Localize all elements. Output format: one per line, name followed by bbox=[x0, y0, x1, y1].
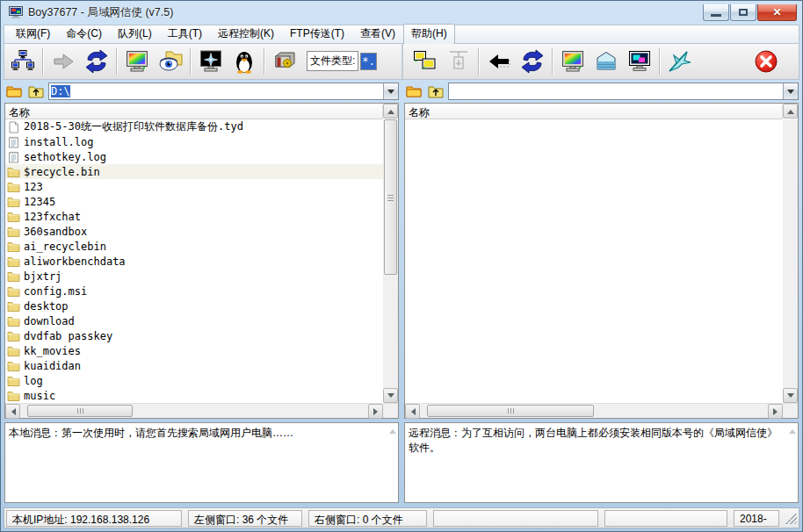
left-path-combobox[interactable]: D:\ bbox=[48, 83, 399, 100]
list-item[interactable]: ai_recyclebin bbox=[5, 239, 383, 254]
menu-item[interactable]: 联网(F) bbox=[8, 24, 58, 45]
list-item[interactable]: 123 bbox=[5, 179, 383, 194]
remote-message-box: 远程消息：为了互相访问，两台电脑上都必须安装相同版本号的《局域网信使》软件。 bbox=[404, 422, 799, 503]
right-path-dropdown-button[interactable] bbox=[783, 83, 798, 99]
refresh-right-button[interactable] bbox=[516, 46, 549, 77]
menu-item[interactable]: FTP传送(T) bbox=[282, 24, 352, 45]
download-queue-button[interactable] bbox=[442, 46, 475, 77]
back-button[interactable] bbox=[482, 46, 516, 77]
tools-machine-button[interactable] bbox=[268, 46, 301, 77]
right-column-header-name[interactable]: 名称 bbox=[405, 104, 783, 119]
left-scroll-up-button[interactable] bbox=[383, 104, 398, 119]
left-scroll-right-button[interactable] bbox=[368, 404, 383, 419]
monitor-rainbow-icon bbox=[561, 49, 585, 74]
right-scroll-up-button[interactable] bbox=[783, 104, 798, 119]
right-folder-button[interactable] bbox=[404, 83, 423, 99]
local-message-box: 本地消息：第一次使用时，请您首先搜索局域网用户电脑…… bbox=[4, 422, 399, 503]
list-item[interactable]: sethotkey.log bbox=[5, 149, 383, 164]
list-item[interactable]: dvdfab passkey bbox=[5, 328, 383, 343]
message-scroll-up-icon[interactable] bbox=[389, 426, 396, 434]
penguin-icon bbox=[232, 49, 257, 74]
right-scroll-right-button[interactable] bbox=[768, 404, 783, 419]
file-name: 360sandbox bbox=[24, 226, 87, 238]
minimize-button[interactable] bbox=[703, 4, 729, 21]
left-vertical-scrollbar[interactable] bbox=[383, 119, 398, 403]
menu-item[interactable]: 查看(V) bbox=[352, 24, 403, 45]
list-item[interactable]: bjxtrj bbox=[5, 269, 383, 284]
list-item[interactable]: music bbox=[5, 388, 383, 403]
back-arrow-icon bbox=[487, 49, 511, 74]
file-type-icon bbox=[7, 255, 20, 268]
right-hscroll-thumb[interactable] bbox=[427, 405, 594, 417]
remote-desktop-button[interactable] bbox=[623, 46, 656, 77]
view-image-left-button[interactable] bbox=[120, 46, 154, 77]
list-item[interactable]: download bbox=[5, 313, 383, 328]
left-horizontal-scrollbar[interactable] bbox=[5, 403, 398, 418]
list-item[interactable]: $recycle.bin bbox=[5, 164, 383, 179]
left-vscroll-thumb[interactable] bbox=[384, 119, 397, 275]
list-item[interactable]: kuaididan bbox=[5, 358, 383, 373]
menu-item[interactable]: 命令(C) bbox=[58, 24, 110, 45]
right-up-folder-button[interactable] bbox=[426, 83, 445, 99]
menu-item[interactable]: 帮助(H) bbox=[403, 24, 455, 45]
file-name: 12345 bbox=[24, 196, 55, 208]
resize-grip[interactable] bbox=[785, 513, 797, 524]
file-type-icon bbox=[7, 151, 20, 163]
ftp-jet-button[interactable] bbox=[663, 46, 697, 77]
window-title: Boy37677 - 局域网信使 (v7.5) bbox=[28, 5, 702, 20]
right-scroll-down-button[interactable] bbox=[783, 388, 798, 403]
file-type-combo[interactable]: *. bbox=[360, 53, 377, 70]
close-button[interactable]: ✕ bbox=[757, 4, 797, 21]
right-vertical-scrollbar[interactable] bbox=[783, 119, 798, 403]
right-path-combobox[interactable] bbox=[448, 83, 799, 100]
remote-screen-button[interactable] bbox=[194, 46, 228, 77]
maximize-button[interactable] bbox=[730, 4, 756, 21]
toolbar-separator bbox=[659, 48, 661, 75]
left-path-value: D:\ bbox=[51, 85, 70, 97]
search-lan-button[interactable] bbox=[6, 46, 40, 77]
monitor-rainbow-icon bbox=[125, 49, 149, 74]
left-hscroll-thumb[interactable] bbox=[27, 405, 133, 417]
title-bar: Boy37677 - 局域网信使 (v7.5) ✕ bbox=[4, 1, 799, 25]
menu-item[interactable]: 队列(L) bbox=[110, 24, 160, 45]
browse-eye-button[interactable] bbox=[154, 46, 187, 77]
left-scroll-left-button[interactable] bbox=[5, 404, 20, 419]
right-horizontal-scrollbar[interactable] bbox=[405, 403, 798, 418]
list-item[interactable]: aliworkbenchdata bbox=[5, 254, 383, 269]
left-column-header-name[interactable]: 名称 bbox=[5, 104, 383, 119]
menu-item[interactable]: 远程控制(K) bbox=[210, 24, 282, 45]
list-item[interactable]: kk_movies bbox=[5, 343, 383, 358]
right-scroll-left-button[interactable] bbox=[405, 404, 420, 419]
message-scroll-up-icon[interactable] bbox=[789, 426, 796, 434]
connect-computers-button[interactable] bbox=[409, 46, 442, 77]
list-item[interactable]: 123fxchat bbox=[5, 209, 383, 224]
left-folder-button[interactable] bbox=[4, 83, 24, 99]
right-pane: 名称 bbox=[404, 82, 799, 503]
menu-item[interactable]: 工具(T) bbox=[160, 24, 210, 45]
file-name: kuaididan bbox=[24, 360, 81, 372]
monitor-star-icon bbox=[199, 49, 223, 74]
list-item[interactable]: install.log bbox=[5, 134, 383, 149]
file-type-icon bbox=[7, 166, 20, 178]
view-image-right-button[interactable] bbox=[556, 46, 590, 77]
list-item[interactable]: config.msi bbox=[5, 284, 383, 298]
list-item[interactable]: desktop bbox=[5, 298, 383, 313]
jet-plane-icon bbox=[668, 49, 692, 74]
file-type-icon bbox=[7, 226, 20, 238]
list-item[interactable]: 2018-5-30统一收据打印软件数据库备份.tyd bbox=[5, 119, 383, 134]
minimize-icon bbox=[711, 14, 721, 17]
monitor-cyan-icon bbox=[627, 49, 652, 74]
send-folder-button[interactable] bbox=[590, 46, 623, 77]
list-item[interactable]: 360sandbox bbox=[5, 224, 383, 239]
file-name: log bbox=[24, 375, 43, 387]
close-connection-button[interactable] bbox=[749, 46, 783, 77]
refresh-left-button[interactable] bbox=[80, 46, 113, 77]
content-area: D:\ 名称 bbox=[4, 80, 799, 505]
list-item[interactable]: 12345 bbox=[5, 194, 383, 209]
left-up-folder-button[interactable] bbox=[26, 83, 46, 99]
list-item[interactable]: log bbox=[5, 373, 383, 388]
left-path-dropdown-button[interactable] bbox=[383, 83, 398, 99]
left-scroll-down-button[interactable] bbox=[383, 388, 398, 403]
forward-button[interactable] bbox=[47, 46, 80, 77]
penguin-button[interactable] bbox=[228, 46, 261, 77]
